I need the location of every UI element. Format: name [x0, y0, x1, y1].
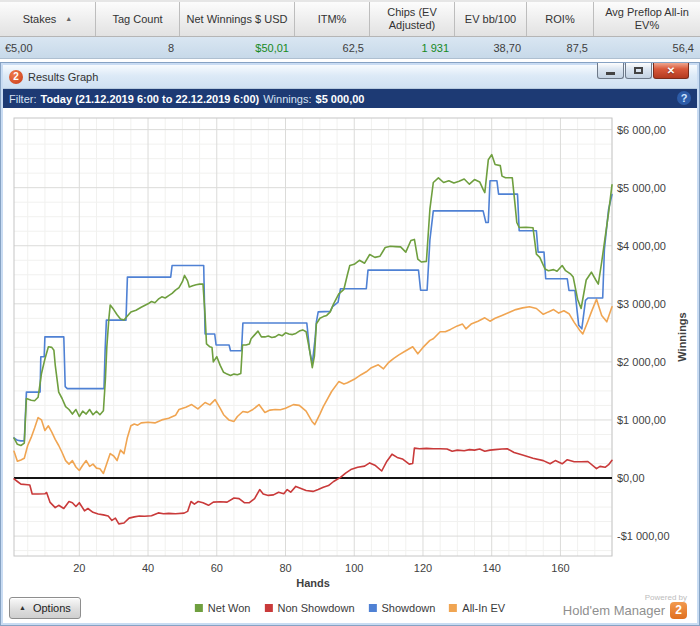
- maximize-icon: [634, 67, 643, 74]
- x-tick-label: 40: [142, 562, 154, 574]
- x-tick-label: 60: [211, 562, 223, 574]
- y-tick-label: -$1 000,00: [617, 530, 670, 542]
- table-row[interactable]: €5,00 8 $50,01 62,5 1 931 38,70 87,5 56,…: [0, 37, 700, 59]
- col-header-stakes-label: Stakes: [23, 13, 57, 26]
- powered-by-text: Powered by: [645, 593, 687, 602]
- legend-item-all-in-ev: All-In EV: [449, 602, 505, 614]
- cell-itm: 62,5: [295, 42, 370, 54]
- options-arrow-icon: ▲: [19, 604, 26, 611]
- legend-item-non-showdown: Non Showdown: [264, 602, 354, 614]
- legend-item-net-won: Net Won: [195, 602, 251, 614]
- winnings-label: Winnings:: [263, 93, 311, 105]
- sort-asc-icon: ▲: [65, 15, 72, 23]
- options-button[interactable]: ▲ Options: [9, 597, 81, 619]
- branding: Powered by Hold'em Manager 2: [563, 593, 687, 619]
- x-tick-label: 20: [73, 562, 85, 574]
- legend-swatch-net-won: [195, 604, 203, 612]
- y-tick-label: $1 000,00: [617, 414, 666, 426]
- help-icon[interactable]: ?: [677, 91, 691, 105]
- col-header-stakes[interactable]: Stakes ▲: [0, 2, 96, 36]
- cell-avg-preflop-allin-ev: 56,4: [594, 42, 700, 54]
- x-tick-label: 160: [551, 562, 569, 574]
- filter-value: Today (21.12.2019 6:00 to 22.12.2019 6:0…: [41, 93, 260, 105]
- legend-label-showdown: Showdown: [382, 602, 436, 614]
- col-header-ev-bb100[interactable]: EV bb/100: [455, 2, 527, 36]
- y-tick-label: $0,00: [617, 472, 645, 484]
- col-header-tag-count[interactable]: Tag Count: [96, 2, 180, 36]
- x-axis-title: Hands: [296, 577, 330, 589]
- filter-label: Filter:: [9, 93, 37, 105]
- y-tick-label: $2 000,00: [617, 356, 666, 368]
- col-header-roi[interactable]: ROI%: [527, 2, 594, 36]
- bottom-bar: ▲ Options Net WonNon ShowdownShowdownAll…: [3, 592, 697, 623]
- minimize-icon: [606, 72, 615, 75]
- legend-swatch-non-showdown: [264, 604, 272, 612]
- x-tick-label: 120: [414, 562, 432, 574]
- screen: Stakes ▲ Tag Count Net Winnings $ USD IT…: [0, 0, 700, 626]
- window-controls: ✕: [596, 63, 689, 79]
- brand-name: Hold'em Manager: [563, 603, 665, 618]
- legend-label-net-won: Net Won: [208, 602, 251, 614]
- x-tick-label: 80: [279, 562, 291, 574]
- results-chart: 20406080100120140160-$1 000,00$0,00$1 00…: [3, 108, 697, 592]
- stats-table: Stakes ▲ Tag Count Net Winnings $ USD IT…: [0, 0, 700, 59]
- brand-line: Hold'em Manager 2: [563, 602, 687, 619]
- cell-ev-bb100: 38,70: [455, 42, 527, 54]
- plot-background: [14, 118, 612, 556]
- legend-swatch-all-in-ev: [449, 604, 457, 612]
- y-tick-label: $5 000,00: [617, 182, 666, 194]
- winnings-value: $5 000,00: [316, 93, 365, 105]
- hm2-app-icon: 2: [9, 70, 23, 84]
- legend-swatch-showdown: [369, 604, 377, 612]
- window-title: Results Graph: [28, 71, 98, 83]
- maximize-button[interactable]: [625, 63, 652, 79]
- legend-item-showdown: Showdown: [369, 602, 436, 614]
- y-tick-label: $3 000,00: [617, 298, 666, 310]
- results-graph-window: ✕ 2 Results Graph Filter: Today (21.12.2…: [0, 62, 700, 626]
- window-inner: ✕ 2 Results Graph Filter: Today (21.12.2…: [3, 65, 697, 623]
- legend-label-non-showdown: Non Showdown: [277, 602, 354, 614]
- close-icon: ✕: [667, 65, 675, 76]
- chart-legend: Net WonNon ShowdownShowdownAll-In EV: [195, 602, 505, 614]
- title-bar[interactable]: 2 Results Graph: [3, 65, 697, 89]
- cell-tag-count: 8: [96, 42, 180, 54]
- y-tick-label: $6 000,00: [617, 124, 666, 136]
- close-button[interactable]: ✕: [653, 63, 689, 79]
- filter-bar[interactable]: Filter: Today (21.12.2019 6:00 to 22.12.…: [3, 89, 697, 108]
- y-axis-title: Winnings: [676, 312, 688, 361]
- cell-chips-ev: 1 931: [370, 42, 455, 54]
- options-label: Options: [33, 602, 71, 614]
- legend-label-all-in-ev: All-In EV: [462, 602, 505, 614]
- y-tick-label: $4 000,00: [617, 240, 666, 252]
- minimize-button[interactable]: [597, 63, 624, 79]
- cell-net-winnings: $50,01: [180, 42, 295, 54]
- col-header-chips-ev[interactable]: Chips (EV Adjusted): [370, 2, 455, 36]
- hm2-logo-icon: 2: [670, 602, 687, 619]
- chart-svg: 20406080100120140160-$1 000,00$0,00$1 00…: [3, 108, 697, 592]
- cell-stakes: €5,00: [0, 42, 96, 54]
- col-header-itm[interactable]: ITM%: [295, 2, 370, 36]
- col-header-net-winnings[interactable]: Net Winnings $ USD: [180, 2, 295, 36]
- col-header-avg-preflop-allin-ev[interactable]: Avg Preflop All-in EV%: [594, 2, 700, 36]
- x-tick-label: 100: [345, 562, 363, 574]
- x-tick-label: 140: [483, 562, 501, 574]
- stats-header-row: Stakes ▲ Tag Count Net Winnings $ USD IT…: [0, 0, 700, 37]
- cell-roi: 87,5: [527, 42, 594, 54]
